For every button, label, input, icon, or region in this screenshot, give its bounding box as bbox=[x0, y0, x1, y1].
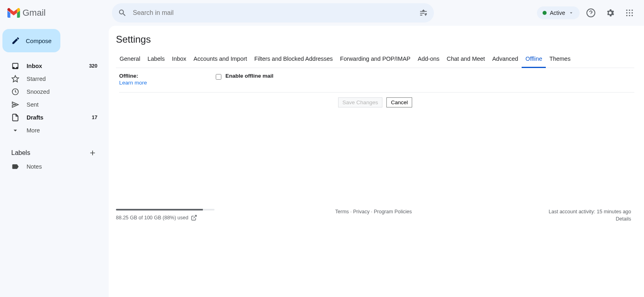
search-input[interactable] bbox=[130, 9, 415, 16]
nav-count: 320 bbox=[89, 63, 97, 69]
status-label: Active bbox=[550, 10, 565, 16]
labels-heading-row: Labels bbox=[2, 146, 104, 160]
tab-accounts[interactable]: Accounts and Import bbox=[190, 52, 251, 68]
apps-grid-icon bbox=[625, 9, 634, 17]
main-content: Settings General Labels Inbox Accounts a… bbox=[109, 26, 644, 297]
nav-label: Notes bbox=[27, 163, 97, 170]
offline-setting-row: Offline: Learn more Enable offline mail bbox=[119, 68, 634, 93]
product-name: Gmail bbox=[23, 8, 45, 18]
svg-point-2 bbox=[626, 10, 627, 11]
settings-button[interactable] bbox=[602, 5, 618, 21]
nav-label: Drafts bbox=[27, 114, 92, 121]
tab-general[interactable]: General bbox=[116, 52, 144, 68]
svg-point-3 bbox=[629, 10, 630, 11]
storage-bar bbox=[116, 209, 215, 210]
tab-advanced[interactable]: Advanced bbox=[489, 52, 522, 68]
compose-button[interactable]: Compose bbox=[2, 29, 60, 52]
page-title: Settings bbox=[116, 34, 634, 45]
add-label-button[interactable] bbox=[87, 147, 98, 159]
nav-label: Inbox bbox=[27, 63, 89, 69]
nav-label: More bbox=[27, 127, 97, 134]
storage-text-row: 88.25 GB of 100 GB (88%) used bbox=[116, 214, 288, 221]
svg-point-1 bbox=[590, 14, 591, 15]
open-in-new-icon[interactable] bbox=[191, 214, 197, 221]
footer-activity: Last account activity: 15 minutes ago De… bbox=[459, 209, 631, 222]
plus-icon bbox=[89, 149, 97, 157]
enable-offline-label: Enable offline mail bbox=[225, 73, 273, 79]
storage-fill bbox=[116, 209, 203, 210]
send-icon bbox=[11, 101, 19, 109]
offline-label: Offline: bbox=[119, 73, 138, 79]
tab-offline[interactable]: Offline bbox=[522, 52, 546, 68]
pencil-icon bbox=[11, 36, 20, 45]
offline-label-group: Offline: Learn more bbox=[119, 73, 216, 86]
activity-details-link[interactable]: Details bbox=[459, 216, 631, 222]
nav-count: 17 bbox=[92, 115, 97, 120]
nav-list: Inbox 320 Starred Snoozed Sent Drafts 17 bbox=[2, 60, 104, 137]
status-dot-icon bbox=[543, 11, 547, 15]
storage-text: 88.25 GB of 100 GB (88%) used bbox=[116, 215, 188, 221]
terms-link[interactable]: Terms bbox=[335, 209, 349, 214]
svg-point-9 bbox=[629, 15, 630, 16]
sidebar-item-drafts[interactable]: Drafts 17 bbox=[2, 111, 104, 124]
last-activity-text: Last account activity: 15 minutes ago bbox=[549, 209, 631, 214]
search-bar[interactable] bbox=[112, 3, 434, 23]
tab-inbox[interactable]: Inbox bbox=[168, 52, 190, 68]
file-icon bbox=[11, 113, 19, 122]
labels-heading: Labels bbox=[11, 149, 30, 157]
sidebar-item-sent[interactable]: Sent bbox=[2, 98, 104, 111]
enable-offline-checkbox[interactable] bbox=[216, 74, 221, 80]
header-right: Active bbox=[537, 5, 641, 21]
logo-area[interactable]: Gmail bbox=[3, 8, 112, 18]
settings-buttons-row: Save Changes Cancel bbox=[116, 93, 634, 112]
sidebar: Compose Inbox 320 Starred Snoozed Sent bbox=[0, 26, 109, 297]
svg-point-10 bbox=[632, 15, 633, 16]
policies-link[interactable]: Program Policies bbox=[374, 209, 412, 214]
storage-block: 88.25 GB of 100 GB (88%) used bbox=[116, 209, 288, 221]
help-icon bbox=[586, 8, 596, 18]
tab-themes[interactable]: Themes bbox=[546, 52, 574, 68]
svg-point-5 bbox=[626, 12, 627, 13]
user-labels-list: Notes bbox=[2, 160, 104, 173]
app-header: Gmail Active bbox=[0, 0, 644, 26]
svg-point-7 bbox=[632, 12, 633, 13]
svg-point-8 bbox=[626, 15, 627, 16]
save-changes-button: Save Changes bbox=[338, 97, 383, 107]
tab-forwarding[interactable]: Forwarding and POP/IMAP bbox=[336, 52, 414, 68]
gear-icon bbox=[605, 8, 615, 18]
chevron-down-icon bbox=[11, 126, 19, 134]
nav-label: Starred bbox=[27, 76, 97, 82]
search-icon[interactable] bbox=[114, 5, 130, 21]
gmail-logo-icon bbox=[7, 8, 20, 18]
cancel-button[interactable]: Cancel bbox=[386, 97, 412, 107]
star-icon bbox=[11, 75, 19, 83]
nav-label: Snoozed bbox=[27, 89, 97, 95]
support-button[interactable] bbox=[583, 5, 599, 21]
sidebar-item-snoozed[interactable]: Snoozed bbox=[2, 85, 104, 98]
chevron-down-icon bbox=[568, 10, 574, 16]
tab-filters[interactable]: Filters and Blocked Addresses bbox=[251, 52, 336, 68]
settings-tabs: General Labels Inbox Accounts and Import… bbox=[116, 52, 634, 68]
clock-icon bbox=[11, 88, 19, 96]
status-chip[interactable]: Active bbox=[537, 6, 580, 19]
sidebar-item-inbox[interactable]: Inbox 320 bbox=[2, 60, 104, 72]
offline-checkbox-control[interactable]: Enable offline mail bbox=[216, 73, 273, 86]
svg-point-6 bbox=[629, 12, 630, 13]
footer-links: Terms · Privacy · Program Policies bbox=[288, 209, 460, 214]
label-item-notes[interactable]: Notes bbox=[2, 160, 104, 173]
sidebar-item-starred[interactable]: Starred bbox=[2, 72, 104, 85]
nav-label: Sent bbox=[27, 101, 97, 108]
inbox-icon bbox=[11, 62, 19, 70]
footer: 88.25 GB of 100 GB (88%) used Terms · Pr… bbox=[116, 209, 634, 230]
search-options-icon[interactable] bbox=[415, 5, 431, 21]
compose-label: Compose bbox=[26, 37, 52, 44]
tab-addons[interactable]: Add-ons bbox=[414, 52, 443, 68]
privacy-link[interactable]: Privacy bbox=[353, 209, 369, 214]
tab-labels[interactable]: Labels bbox=[144, 52, 169, 68]
svg-point-4 bbox=[632, 10, 633, 11]
label-icon bbox=[11, 163, 19, 171]
apps-button[interactable] bbox=[621, 5, 638, 21]
sidebar-item-more[interactable]: More bbox=[2, 124, 104, 137]
tab-chat[interactable]: Chat and Meet bbox=[443, 52, 489, 68]
learn-more-link[interactable]: Learn more bbox=[119, 80, 216, 86]
